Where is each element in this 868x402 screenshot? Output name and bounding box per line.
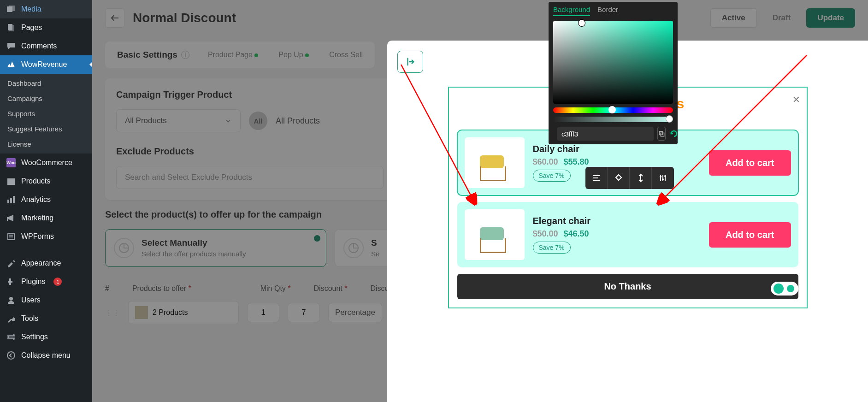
sidebar-label: Media xyxy=(21,5,41,13)
old-price: $50.00 xyxy=(533,229,558,239)
align-icon xyxy=(592,173,601,183)
sidebar-item-woocommerce[interactable]: WooWooCommerce xyxy=(0,154,92,172)
svg-rect-8 xyxy=(13,196,15,203)
sidebar-sub-suggest[interactable]: Suggest Features xyxy=(0,121,92,136)
svg-rect-5 xyxy=(7,178,15,179)
sidebar-item-comments[interactable]: Comments xyxy=(0,37,92,55)
vertical-button[interactable] xyxy=(630,167,652,189)
sidebar-label: Users xyxy=(21,296,41,304)
sidebar-label: Products xyxy=(21,177,50,185)
svg-point-17 xyxy=(7,336,9,338)
sidebar-item-pages[interactable]: Pages xyxy=(0,18,92,37)
grammarly-widget[interactable] xyxy=(771,282,798,296)
users-icon xyxy=(6,296,16,305)
svg-rect-13 xyxy=(7,335,13,336)
settings-icon xyxy=(6,332,16,342)
sidebar-label: Comments xyxy=(21,42,57,50)
collapse-icon xyxy=(6,351,16,360)
sidebar-label: Analytics xyxy=(21,195,51,204)
svg-rect-15 xyxy=(7,338,13,339)
svg-rect-1 xyxy=(9,6,15,11)
sidebar-sub-supports[interactable]: Supports xyxy=(0,106,92,121)
sidebar-label: Pages xyxy=(21,24,42,32)
hue-slider[interactable] xyxy=(553,107,673,113)
analytics-icon xyxy=(6,195,16,204)
sidebar-label: WooCommerce xyxy=(21,159,72,167)
saturation-picker[interactable] xyxy=(553,21,673,104)
sidebar-sub-dashboard[interactable]: Dashboard xyxy=(0,76,92,91)
reset-button[interactable] xyxy=(669,127,679,141)
svg-point-16 xyxy=(13,334,15,336)
annotation-arrow xyxy=(655,51,821,217)
sidebar-item-appearance[interactable]: Appearance xyxy=(0,254,92,272)
border-tab[interactable]: Border xyxy=(597,6,618,16)
copy-button[interactable] xyxy=(657,127,666,141)
sidebar-item-analytics[interactable]: Analytics xyxy=(0,190,92,209)
sidebar-label: Tools xyxy=(21,314,38,323)
hue-handle[interactable] xyxy=(608,106,616,113)
vertical-icon xyxy=(636,173,645,183)
sidebar-item-collapse[interactable]: Collapse menu xyxy=(0,346,92,365)
sidebar-label: Appearance xyxy=(21,259,61,267)
sidebar-item-users[interactable]: Users xyxy=(0,291,92,309)
svg-point-19 xyxy=(7,352,15,359)
sidebar-item-tools[interactable]: Tools xyxy=(0,309,92,328)
hex-input[interactable] xyxy=(557,127,654,141)
fill-icon xyxy=(614,173,623,183)
sidebar-item-settings[interactable]: Settings xyxy=(0,328,92,346)
color-picker: Background Border xyxy=(549,2,678,144)
sidebar-label: Settings xyxy=(21,333,48,341)
sidebar-sub-campaigns[interactable]: Campaigns xyxy=(0,91,92,106)
sidebar-label: Collapse menu xyxy=(21,351,71,360)
svg-rect-7 xyxy=(10,198,12,203)
alpha-handle[interactable] xyxy=(666,115,673,123)
copy-icon xyxy=(658,130,665,137)
reset-icon xyxy=(669,129,679,138)
svg-line-27 xyxy=(401,65,475,203)
tools-icon xyxy=(6,314,16,323)
svg-line-28 xyxy=(659,55,807,203)
product-image xyxy=(465,209,525,260)
pages-icon xyxy=(6,23,16,32)
no-thanks-button[interactable]: No Thanks xyxy=(457,274,798,299)
sidebar-label: Marketing xyxy=(21,214,53,222)
sidebar-item-plugins[interactable]: Plugins1 xyxy=(0,272,92,291)
plugins-badge: 1 xyxy=(53,278,62,286)
appearance-icon xyxy=(6,259,16,268)
new-price: $46.50 xyxy=(564,229,589,239)
picker-handle[interactable] xyxy=(579,20,585,26)
sidebar-label: Plugins xyxy=(21,278,45,286)
align-left-button[interactable] xyxy=(585,167,608,189)
add-to-cart-button[interactable]: Add to cart xyxy=(709,222,791,248)
bg-tab[interactable]: Background xyxy=(553,6,590,16)
sidebar-sub-license[interactable]: License xyxy=(0,136,92,152)
save-badge: Save 7% xyxy=(533,242,571,254)
svg-rect-4 xyxy=(7,179,15,185)
alpha-slider[interactable] xyxy=(553,117,673,122)
svg-rect-14 xyxy=(9,337,15,337)
plugins-icon xyxy=(6,277,16,286)
sidebar-label: WPForms xyxy=(21,232,54,241)
sidebar-submenu: Dashboard Campaigns Supports Suggest Fea… xyxy=(0,74,92,154)
admin-sidebar: Media Pages Comments WowRevenue Dashboar… xyxy=(0,0,92,402)
media-icon xyxy=(6,5,16,14)
wowrevenue-icon xyxy=(6,60,16,69)
svg-rect-6 xyxy=(7,200,9,203)
comments-icon xyxy=(6,41,16,51)
fill-button[interactable] xyxy=(608,167,630,189)
svg-point-12 xyxy=(9,297,13,301)
sidebar-item-marketing[interactable]: Marketing xyxy=(0,209,92,227)
products-icon xyxy=(6,177,16,186)
sidebar-item-media[interactable]: Media xyxy=(0,0,92,18)
marketing-icon xyxy=(6,213,16,223)
sidebar-item-wpforms[interactable]: WPForms xyxy=(0,227,92,246)
sidebar-item-products[interactable]: Products xyxy=(0,172,92,190)
sidebar-item-wowrevenue[interactable]: WowRevenue xyxy=(0,55,92,74)
woo-icon: Woo xyxy=(6,158,16,167)
svg-rect-3 xyxy=(9,25,14,31)
wpforms-icon xyxy=(6,232,16,241)
sidebar-label: WowRevenue xyxy=(21,60,67,69)
product-name: Elegant chair xyxy=(533,216,591,226)
svg-point-18 xyxy=(13,338,15,340)
